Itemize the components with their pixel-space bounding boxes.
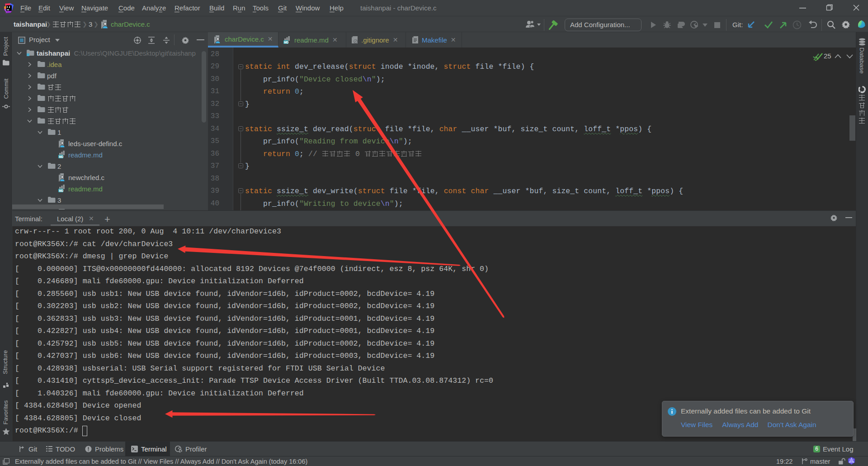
svg-text:MD: MD (284, 40, 288, 43)
svg-text:MD: MD (59, 189, 63, 192)
svg-text:MD: MD (59, 155, 63, 158)
